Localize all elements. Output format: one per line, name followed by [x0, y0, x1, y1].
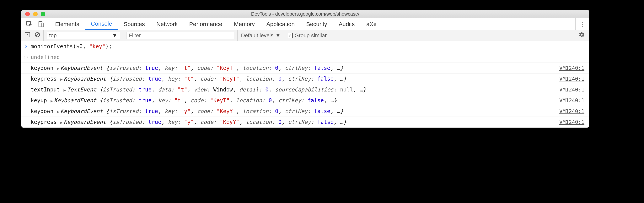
clear-console-icon[interactable] [34, 32, 40, 39]
prop-value: 0 [265, 86, 268, 93]
tab-elements[interactable]: Elements [49, 18, 85, 30]
window-title: DevTools - developers.google.com/web/sho… [22, 11, 589, 17]
prop-name: isTrusted: [112, 76, 148, 82]
tab-memory[interactable]: Memory [228, 18, 260, 30]
event-type: TextEvent [67, 86, 100, 93]
svg-line-5 [36, 33, 39, 37]
event-type: KeyboardEvent [64, 119, 109, 125]
prop-value: "KeyT" [220, 76, 239, 82]
prop-value: "KeyY" [220, 119, 239, 125]
prop-name: ctrlKey: [288, 119, 317, 125]
code-string: "key" [89, 43, 105, 50]
tab-security[interactable]: Security [300, 18, 333, 30]
prop-name: key: [168, 119, 184, 125]
console-event-row: keypress ▶KeyboardEvent {isTrusted: true… [22, 117, 589, 128]
prop-name: code: [197, 108, 216, 114]
expand-icon[interactable]: ▶ [60, 120, 63, 125]
filter-input[interactable] [126, 32, 234, 39]
console-input-row[interactable]: › monitorEvents($0, "key"); [22, 41, 589, 52]
titlebar: DevTools - developers.google.com/web/sho… [22, 10, 589, 18]
code-text: monitorEvents($0, [31, 43, 89, 50]
console-result-row: ‹· undefined [22, 52, 589, 63]
tab-network[interactable]: Network [150, 18, 183, 30]
chevron-down-icon: ▼ [275, 33, 281, 39]
source-link[interactable]: VM1240:1 [555, 65, 589, 71]
console-event-row: keypress ▶KeyboardEvent {isTrusted: true… [22, 74, 589, 84]
source-link[interactable]: VM1240:1 [555, 119, 589, 125]
tab-audits[interactable]: Audits [333, 18, 360, 30]
prop-name: code: [197, 65, 216, 71]
tab-axe[interactable]: aXe [360, 18, 382, 30]
code-text: ); [106, 43, 112, 50]
inspect-element-icon[interactable] [26, 21, 32, 27]
tab-console[interactable]: Console [85, 18, 118, 30]
prop-name: isTrusted: [103, 86, 138, 93]
prop-value: "KeyY" [216, 108, 236, 114]
console-settings-icon[interactable] [574, 32, 589, 39]
prop-value: true [145, 108, 158, 114]
maximize-icon[interactable] [41, 12, 45, 17]
prop-name: code: [200, 119, 220, 125]
prop-name: detail: [239, 86, 265, 93]
prompt-icon: › [24, 43, 28, 50]
expand-icon[interactable]: ▶ [64, 88, 66, 92]
prop-name: ctrlKey: [285, 108, 314, 114]
prop-name: data: [158, 86, 178, 93]
prop-name: code: [200, 76, 220, 82]
event-label: textInput [31, 86, 63, 93]
svg-rect-2 [41, 23, 44, 27]
prop-value: 0 [278, 119, 282, 125]
execution-context-select[interactable]: top ▼ [47, 32, 120, 39]
result-icon: ‹· [23, 54, 29, 60]
console-event-row: keydown ▶KeyboardEvent {isTrusted: true,… [22, 63, 589, 74]
prop-value: false [317, 119, 334, 125]
prop-name: key: [164, 108, 181, 114]
source-link[interactable]: VM1240:1 [555, 97, 589, 103]
prop-value: null [340, 86, 353, 93]
prop-name: location: [242, 65, 275, 71]
prop-value: 0 [278, 76, 282, 82]
prop-value: false [308, 97, 324, 104]
close-icon[interactable] [25, 12, 30, 17]
prop-name: sourceCapabilities: [275, 86, 340, 93]
prop-value: true [145, 65, 158, 71]
prop-value: "y" [184, 119, 194, 125]
prop-name: view: [194, 86, 213, 93]
prop-value: true [139, 86, 152, 93]
devtools-window: DevTools - developers.google.com/web/sho… [21, 10, 589, 128]
show-console-sidebar-icon[interactable] [24, 32, 30, 39]
tab-application[interactable]: Application [260, 18, 300, 30]
device-toolbar-icon[interactable] [38, 21, 44, 27]
prop-value: false [314, 65, 330, 71]
prop-name: ctrlKey: [285, 65, 314, 71]
tab-performance[interactable]: Performance [183, 18, 228, 30]
event-type: KeyboardEvent [60, 65, 106, 71]
prop-name: isTrusted: [103, 97, 138, 104]
tab-sources[interactable]: Sources [118, 18, 150, 30]
expand-icon[interactable]: ▶ [60, 77, 63, 82]
prop-value: false [314, 108, 330, 114]
console-log: › monitorEvents($0, "key"); ‹· undefined… [22, 41, 589, 128]
event-type: KeyboardEvent [60, 108, 106, 114]
source-link[interactable]: VM1240:1 [555, 76, 589, 82]
prop-value: true [148, 119, 161, 125]
prop-name: key: [168, 76, 184, 82]
expand-icon[interactable]: ▶ [50, 99, 53, 103]
event-label: keyup [31, 97, 50, 104]
prop-name: key: [158, 97, 174, 104]
expand-icon[interactable]: ▶ [57, 109, 60, 114]
prop-name: isTrusted: [109, 65, 145, 71]
minimize-icon[interactable] [33, 12, 38, 17]
event-type: KeyboardEvent [54, 97, 100, 104]
expand-icon[interactable]: ▶ [57, 66, 60, 71]
console-event-row: keydown ▶KeyboardEvent {isTrusted: true,… [22, 106, 589, 117]
prop-value: "t" [174, 97, 184, 104]
prop-name: key: [164, 65, 181, 71]
source-link[interactable]: VM1240:1 [555, 87, 589, 93]
more-menu-icon[interactable]: ⋮ [580, 21, 585, 27]
log-levels-select[interactable]: Default levels ▼ [238, 33, 284, 39]
prop-name: location: [246, 76, 278, 82]
group-similar-checkbox[interactable]: ✓ [288, 33, 293, 38]
prop-name: code: [190, 97, 210, 104]
source-link[interactable]: VM1240:1 [555, 108, 589, 114]
